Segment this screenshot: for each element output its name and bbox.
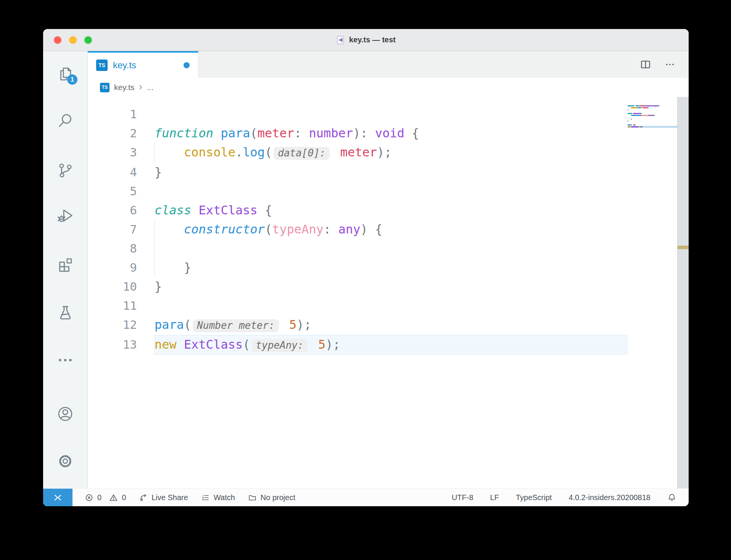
problems-status[interactable]: 0 0 (85, 493, 126, 502)
code-line-row: 8 (88, 239, 627, 258)
line-number[interactable]: 11 (88, 296, 155, 315)
remote-icon (53, 492, 63, 503)
flask-icon (56, 304, 74, 322)
code-line[interactable]: } (155, 277, 627, 296)
activity-more[interactable] (56, 351, 74, 369)
account-icon (56, 405, 74, 423)
minimize-window-button[interactable] (69, 36, 77, 44)
encoding-status[interactable]: UTF-8 (452, 493, 473, 502)
code-line-row: 12para(Number meter: 5); (88, 315, 627, 335)
tab-bar: TS key.ts (88, 51, 689, 78)
code-line[interactable] (155, 105, 627, 124)
line-number[interactable]: 13 (88, 335, 155, 355)
editor-group: TS key.ts TS key.ts › ... (88, 51, 689, 488)
code-lines: 1 2function para(meter: number): void {3… (88, 97, 689, 355)
breadcrumb-file[interactable]: key.ts (114, 83, 134, 92)
inlay-hint: typeAny: (251, 339, 308, 352)
code-line-row: 11 (88, 296, 627, 315)
activity-source-control[interactable] (56, 161, 74, 180)
code-line[interactable]: constructor(typeAny: any) { (155, 220, 627, 239)
git-branch-icon (56, 162, 74, 179)
line-number[interactable]: 4 (88, 163, 155, 182)
breadcrumb: TS key.ts › ... (88, 78, 689, 97)
chevron-right-icon: › (139, 82, 142, 93)
live-share-icon (139, 493, 148, 502)
activity-extensions[interactable] (56, 256, 74, 274)
code-line[interactable] (155, 182, 627, 201)
split-editor-button[interactable] (640, 59, 651, 70)
watch-status[interactable]: Watch (201, 493, 235, 502)
vscode-window: key.ts — test 1 (43, 29, 689, 506)
gear-icon (56, 452, 74, 470)
line-number[interactable]: 3 (88, 143, 155, 163)
line-number[interactable]: 1 (88, 105, 155, 124)
notifications-button[interactable] (667, 493, 676, 502)
code-line-row: 9 } (88, 258, 627, 277)
window-title: key.ts — test (349, 35, 396, 44)
code-line[interactable]: } (155, 258, 627, 277)
activity-bar: 1 (43, 51, 88, 488)
live-share-status[interactable]: Live Share (139, 493, 188, 502)
bell-icon (667, 493, 676, 502)
inlay-hint: data[0]: (274, 147, 330, 160)
tab-keyts[interactable]: TS key.ts (88, 51, 198, 78)
live-share-label: Live Share (151, 493, 188, 502)
remote-indicator[interactable] (43, 489, 72, 506)
line-number[interactable]: 12 (88, 315, 155, 335)
code-line[interactable] (155, 239, 627, 258)
activity-settings[interactable] (56, 452, 74, 470)
line-number[interactable]: 5 (88, 182, 155, 201)
inlay-hint: Number meter: (193, 319, 279, 332)
error-icon (85, 493, 93, 502)
folder-icon (248, 493, 257, 502)
code-line-row: 6class ExtClass { (88, 201, 627, 220)
editor-more-actions-button[interactable] (664, 59, 676, 70)
line-number[interactable]: 6 (88, 201, 155, 220)
language-mode-status[interactable]: TypeScript (516, 493, 552, 502)
overview-ruler-marker (678, 246, 689, 249)
scrollbar[interactable] (677, 97, 689, 488)
close-window-button[interactable] (54, 36, 61, 44)
breadcrumb-symbol[interactable]: ... (147, 83, 154, 92)
error-count: 0 (97, 493, 101, 502)
activity-search[interactable] (56, 111, 74, 130)
line-number[interactable]: 9 (88, 258, 155, 277)
line-number[interactable]: 7 (88, 220, 155, 239)
line-number[interactable]: 8 (88, 239, 155, 258)
code-editor[interactable]: 1 2function para(meter: number): void {3… (88, 97, 689, 488)
project-label: No project (261, 493, 295, 502)
activity-explorer[interactable]: 1 (56, 65, 74, 83)
project-status[interactable]: No project (248, 493, 295, 502)
warning-icon (109, 493, 118, 502)
explorer-badge: 1 (67, 74, 77, 85)
activity-run-debug[interactable] (56, 206, 74, 225)
tab-label: key.ts (113, 60, 136, 71)
code-line-row: 3 console.log(data[0]: meter); (88, 143, 627, 163)
minimap[interactable] (628, 103, 677, 128)
line-number[interactable]: 10 (88, 277, 155, 296)
watch-label: Watch (214, 493, 235, 502)
typescript-version-status[interactable]: 4.0.2-insiders.20200818 (568, 493, 650, 502)
code-line-row: 1 (88, 105, 627, 124)
typescript-file-icon: TS (96, 60, 108, 71)
extensions-icon (56, 256, 74, 274)
code-line-row: 5 (88, 182, 627, 201)
code-line-row: 10} (88, 277, 627, 296)
debug-icon (56, 207, 74, 224)
zoom-window-button[interactable] (84, 36, 92, 44)
status-bar: 0 0 Live Share Watch (43, 488, 689, 506)
app-icon (336, 35, 345, 45)
code-line[interactable]: console.log(data[0]: meter); (155, 143, 627, 163)
line-number[interactable]: 2 (88, 124, 155, 143)
code-line[interactable]: para(Number meter: 5); (155, 315, 627, 335)
code-line[interactable]: } (155, 163, 627, 182)
code-line-row: 7 constructor(typeAny: any) { (88, 220, 627, 239)
activity-testing[interactable] (56, 304, 74, 322)
code-line[interactable]: function para(meter: number): void { (155, 124, 627, 143)
code-line[interactable]: new ExtClass(typeAny: 5); (155, 335, 627, 355)
activity-accounts[interactable] (56, 405, 74, 423)
code-line[interactable]: class ExtClass { (155, 201, 627, 220)
modified-dot-icon[interactable] (184, 62, 190, 68)
eol-status[interactable]: LF (490, 493, 499, 502)
code-line[interactable] (155, 296, 627, 315)
